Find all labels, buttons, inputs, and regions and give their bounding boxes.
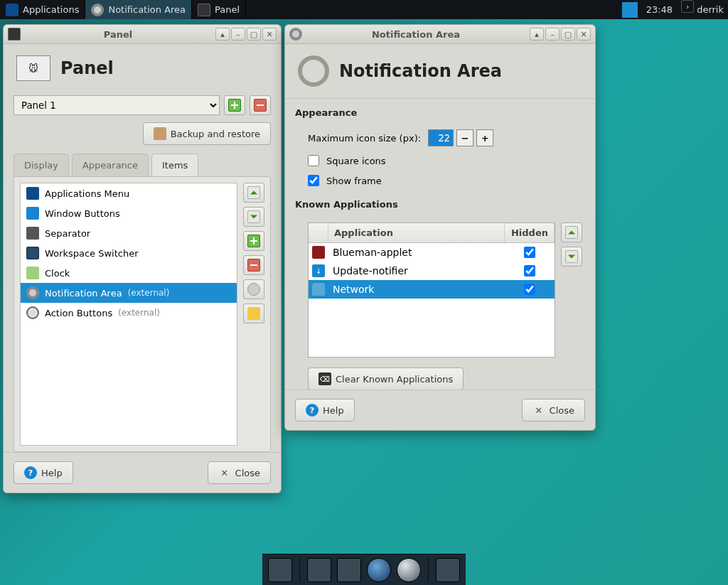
stick-button[interactable]: ▴ xyxy=(530,28,544,41)
close-window-button[interactable]: ✕ xyxy=(577,28,591,41)
gear-icon xyxy=(247,283,260,296)
table-row[interactable]: Blueman-applet xyxy=(309,243,555,262)
square-icons-label: Square icons xyxy=(326,156,386,166)
item-prefs-button[interactable] xyxy=(243,279,264,299)
list-item[interactable]: Notification Area (external) xyxy=(21,283,237,303)
gear-large-icon xyxy=(298,55,329,87)
maximize-button[interactable]: ▢ xyxy=(247,28,261,41)
hidden-checkbox[interactable] xyxy=(524,247,535,258)
dock-files-icon[interactable] xyxy=(268,558,292,582)
close-window-button[interactable]: ✕ xyxy=(262,28,277,41)
add-panel-button[interactable] xyxy=(224,95,245,115)
dock-folder-icon[interactable] xyxy=(337,558,361,582)
close-icon: ✕ xyxy=(218,466,231,479)
show-frame-row[interactable]: Show frame xyxy=(308,175,585,186)
list-item[interactable]: Workspace Switcher xyxy=(21,243,237,263)
close-icon: ✕ xyxy=(532,404,545,417)
notification-titlebar[interactable]: Notification Area ▴ – ▢ ✕ xyxy=(285,25,595,44)
panel-selector[interactable]: Panel 1 xyxy=(14,95,220,115)
add-item-button[interactable] xyxy=(243,231,264,251)
workspace-indicator[interactable] xyxy=(622,2,638,18)
max-icon-input[interactable] xyxy=(428,129,454,146)
app-move-down-button[interactable] xyxy=(561,247,582,267)
close-button[interactable]: ✕ Close xyxy=(208,461,271,484)
help-icon: ? xyxy=(306,404,318,417)
minus-icon xyxy=(254,99,267,112)
close-button[interactable]: ✕ Close xyxy=(522,399,585,422)
col-application[interactable]: Application xyxy=(328,223,505,242)
items-list[interactable]: Applications Menu Window Buttons Separat… xyxy=(20,183,237,446)
dock-search-icon[interactable] xyxy=(397,558,421,582)
clear-known-button[interactable]: ⌫ Clear Known Applications xyxy=(308,367,464,390)
remove-item-button[interactable] xyxy=(243,255,264,275)
dock-home-icon[interactable] xyxy=(436,558,460,582)
item-side-buttons xyxy=(243,183,264,446)
spin-up-button[interactable]: + xyxy=(476,129,493,146)
taskbar-button-label: Panel xyxy=(215,4,240,15)
spin-down-button[interactable]: − xyxy=(456,129,473,146)
remove-panel-button[interactable] xyxy=(250,95,271,115)
panel-icon xyxy=(198,4,210,16)
list-item[interactable]: Separator xyxy=(21,223,237,243)
col-hidden[interactable]: Hidden xyxy=(505,223,555,242)
item-about-button[interactable] xyxy=(243,304,264,323)
mouse-icon: 🐭 xyxy=(16,55,50,81)
notification-body: Appearance Maximum icon size (px): − + S… xyxy=(285,99,595,390)
bottom-dock xyxy=(262,554,466,585)
maximize-button[interactable]: ▢ xyxy=(561,28,575,41)
stick-button[interactable]: ▴ xyxy=(215,28,230,41)
minimize-button[interactable]: – xyxy=(545,28,560,41)
wifi-icon xyxy=(312,283,325,296)
taskbar-button-notification[interactable]: Notification Area xyxy=(85,0,192,19)
move-down-button[interactable] xyxy=(243,207,264,227)
max-icon-row: Maximum icon size (px): − + xyxy=(308,129,585,146)
move-up-button[interactable] xyxy=(243,183,264,203)
table-row[interactable]: ↓ Update-notifier xyxy=(309,262,555,280)
backup-restore-button[interactable]: Backup and restore xyxy=(143,122,271,145)
tab-items[interactable]: Items xyxy=(151,154,198,176)
table-header: Application Hidden xyxy=(309,223,555,243)
dock-browser-icon[interactable] xyxy=(367,558,391,582)
clock[interactable]: 23:48 xyxy=(641,0,678,19)
help-button[interactable]: ? Help xyxy=(14,461,73,484)
window-icon xyxy=(8,28,21,41)
list-item[interactable]: Clock xyxy=(21,263,237,283)
panel-tabs: Display Appearance Items xyxy=(4,154,281,176)
backup-restore-label: Backup and restore xyxy=(171,129,260,139)
section-known-apps: Known Applications xyxy=(295,199,585,210)
clear-icon: ⌫ xyxy=(318,372,331,385)
dock-terminal-icon[interactable] xyxy=(307,558,331,582)
arrow-down-icon xyxy=(565,250,578,263)
help-button[interactable]: ? Help xyxy=(295,399,355,422)
minimize-button[interactable]: – xyxy=(231,28,245,41)
arrow-up-icon xyxy=(247,186,260,199)
app-move-up-button[interactable] xyxy=(561,222,582,242)
star-icon xyxy=(247,307,260,320)
applications-menu[interactable]: Applications xyxy=(0,0,85,19)
hidden-checkbox[interactable] xyxy=(524,284,535,295)
square-icons-checkbox[interactable] xyxy=(308,155,319,166)
archive-icon xyxy=(154,127,166,140)
list-item[interactable]: Window Buttons xyxy=(21,203,237,223)
list-item[interactable]: Action Buttons (external) xyxy=(21,303,237,323)
panel-window-title: Panel xyxy=(25,29,211,40)
panel-header: 🐭 Panel xyxy=(4,44,281,92)
gear-icon xyxy=(91,4,104,16)
show-frame-checkbox[interactable] xyxy=(308,175,319,186)
known-apps-wrap: Application Hidden Blueman-applet ↓ Upda… xyxy=(308,222,582,358)
show-frame-label: Show frame xyxy=(326,176,382,186)
taskbar-button-panel[interactable]: Panel xyxy=(192,0,246,19)
user-menu[interactable]: derrik xyxy=(697,0,728,19)
tab-display[interactable]: Display xyxy=(14,154,69,176)
list-item[interactable]: Applications Menu xyxy=(21,183,237,203)
panel-titlebar[interactable]: Panel ▴ – ▢ ✕ xyxy=(4,25,281,44)
tab-appearance[interactable]: Appearance xyxy=(72,154,149,176)
known-apps-table: Application Hidden Blueman-applet ↓ Upda… xyxy=(308,222,555,358)
chevron-right-icon[interactable]: › xyxy=(681,0,694,13)
hidden-checkbox[interactable] xyxy=(524,265,535,277)
applications-label: Applications xyxy=(23,4,79,15)
square-icons-row[interactable]: Square icons xyxy=(308,155,585,166)
power-icon xyxy=(26,306,39,319)
table-row[interactable]: Network xyxy=(309,280,555,299)
applications-icon xyxy=(26,187,39,200)
